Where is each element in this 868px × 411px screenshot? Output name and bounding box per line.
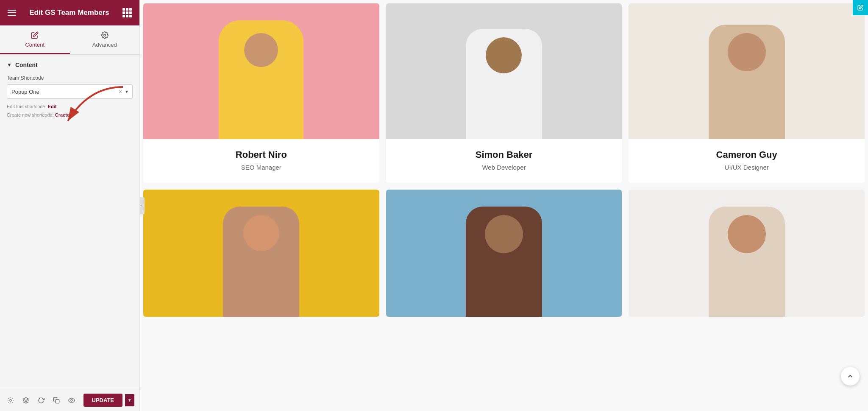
- sidebar-title: Edit GS Team Members: [29, 8, 109, 17]
- sidebar-tabs: Content Advanced: [0, 25, 139, 55]
- svg-point-0: [104, 34, 106, 36]
- svg-point-2: [10, 400, 11, 401]
- section-title: Content: [15, 62, 38, 68]
- gear-icon: [101, 31, 108, 39]
- team-shortcode-dropdown-wrapper: Popup One × ▾: [7, 84, 133, 99]
- hamburger-menu-button[interactable]: [8, 10, 16, 16]
- tab-content-label: Content: [25, 42, 45, 48]
- svg-marker-3: [23, 397, 28, 400]
- apps-grid-button[interactable]: [122, 8, 132, 17]
- tab-content[interactable]: Content: [0, 25, 70, 54]
- team-shortcode-label: Team Shortcode: [7, 75, 133, 81]
- svg-rect-4: [56, 400, 59, 403]
- team-card-0-name: Robert Niro: [152, 149, 371, 160]
- team-card-0-info: Robert Niro SEO Manager: [143, 139, 379, 183]
- edit-shortcode-link[interactable]: Edit: [48, 104, 57, 109]
- team-card-0-photo: [143, 3, 379, 139]
- sidebar-header: Edit GS Team Members: [0, 0, 139, 25]
- content-section-header: ▼ Content: [7, 62, 133, 68]
- team-card-5: [629, 190, 865, 317]
- team-card-1-info: Simon Baker Web Developer: [386, 139, 622, 183]
- tab-advanced[interactable]: Advanced: [70, 25, 140, 54]
- update-dropdown-button[interactable]: ▾: [125, 394, 134, 406]
- update-button[interactable]: UPDATE: [83, 394, 122, 407]
- edit-top-right-button[interactable]: [853, 0, 868, 15]
- edit-shortcode-hint: Edit this shortcode: Edit: [7, 103, 133, 111]
- team-card-2-name: Cameron Guy: [637, 149, 856, 160]
- create-shortcode-hint: Create new shortcode: Craete: [7, 112, 133, 119]
- section-collapse-arrow[interactable]: ▼: [7, 62, 12, 68]
- scroll-to-top-button[interactable]: [841, 367, 860, 386]
- team-card-1-name: Simon Baker: [395, 149, 614, 160]
- team-card-0: Robert Niro SEO Manager: [143, 3, 379, 183]
- sidebar-content-area: ▼ Content Team Shortcode Popup One × ▾ E…: [0, 55, 139, 389]
- team-card-3: [143, 190, 379, 317]
- team-card-1: Simon Baker Web Developer: [386, 3, 622, 183]
- sidebar: Edit GS Team Members Content Advanced ▼: [0, 0, 140, 411]
- dropdown-controls: × ▾: [119, 88, 128, 95]
- svg-point-5: [71, 400, 72, 401]
- team-shortcode-dropdown[interactable]: Popup One × ▾: [7, 84, 133, 99]
- team-card-2: Cameron Guy UI/UX Designer: [629, 3, 865, 183]
- team-card-4: [386, 190, 622, 317]
- dropdown-selected-value: Popup One: [11, 89, 39, 95]
- settings-toolbar-icon[interactable]: [5, 394, 16, 406]
- sidebar-toolbar: UPDATE ▾: [0, 389, 139, 411]
- dropdown-toggle-button[interactable]: ▾: [125, 89, 128, 95]
- team-card-0-role: SEO Manager: [152, 164, 371, 171]
- sidebar-collapse-handle[interactable]: ‹: [139, 197, 145, 214]
- main-content: Robert Niro SEO Manager Simon Baker Web …: [140, 0, 868, 411]
- duplicate-toolbar-icon[interactable]: [51, 394, 62, 406]
- team-card-1-role: Web Developer: [395, 164, 614, 171]
- team-grid: Robert Niro SEO Manager Simon Baker Web …: [140, 0, 868, 320]
- history-toolbar-icon[interactable]: [36, 394, 47, 406]
- visibility-toolbar-icon[interactable]: [66, 394, 77, 406]
- tab-advanced-label: Advanced: [92, 42, 117, 48]
- team-card-2-info: Cameron Guy UI/UX Designer: [629, 139, 865, 183]
- dropdown-clear-button[interactable]: ×: [119, 88, 122, 95]
- layers-toolbar-icon[interactable]: [20, 394, 31, 406]
- pencil-icon: [31, 31, 39, 39]
- create-shortcode-link[interactable]: Craete: [55, 112, 70, 117]
- team-card-2-role: UI/UX Designer: [637, 164, 856, 171]
